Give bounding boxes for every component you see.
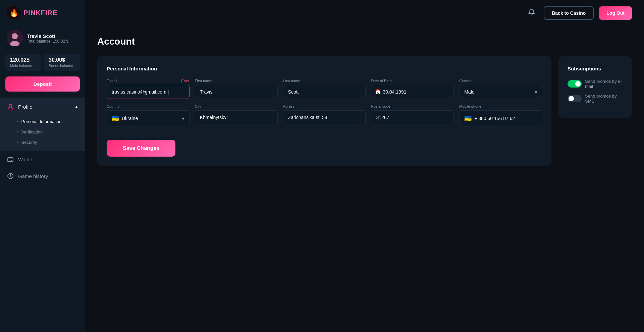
page-title: Account xyxy=(97,36,632,47)
first-name-input[interactable] xyxy=(195,85,278,99)
wallet-label: Wallet xyxy=(18,157,32,162)
main-content: Account Personal Information E-mail Erro… xyxy=(85,26,644,332)
svg-rect-6 xyxy=(8,158,13,162)
gender-select[interactable]: Male Female xyxy=(459,85,542,99)
subscriptions-title: Subscriptions xyxy=(568,66,623,71)
postal-input[interactable] xyxy=(371,110,454,124)
postal-field-group: Postal code xyxy=(371,104,454,126)
brand-name: PINKFIRE xyxy=(23,9,57,17)
dob-field-group: Date of Birth 📅 xyxy=(371,79,454,99)
last-name-field-group: Last name xyxy=(283,79,366,99)
bonus-balance-label: Bonus balance xyxy=(49,64,75,68)
bonus-balance-card: 30.00$ Bonus balance xyxy=(44,54,80,71)
sms-promo-toggle[interactable] xyxy=(568,95,582,102)
personal-info-card: Personal Information E-mail Error First … xyxy=(97,56,551,166)
profile-icon xyxy=(7,103,14,110)
main-balance-label: Main balance xyxy=(10,64,37,68)
phone-label: Mobile phone xyxy=(459,104,542,108)
first-name-label: First name xyxy=(195,79,278,83)
address-label: Adress xyxy=(283,104,366,108)
calendar-icon: 📅 xyxy=(375,89,381,95)
sidebar-item-game-history[interactable]: Game history xyxy=(0,168,85,184)
dob-label: Date of Birth xyxy=(371,79,454,83)
sidebar: 🔥 PINKFIRE Travis Scott Total balance: 1… xyxy=(0,0,85,332)
first-name-field-group: First name xyxy=(195,79,278,99)
main-balance-amount: 120.02$ xyxy=(10,57,37,63)
postal-label: Postal code xyxy=(371,104,454,108)
user-name: Travis Scott xyxy=(27,33,68,39)
dob-wrapper: 📅 xyxy=(371,85,454,99)
subnav-security[interactable]: Security xyxy=(0,137,85,148)
email-promo-label: Send promos by e-mail xyxy=(585,79,623,89)
email-field-group: E-mail Error xyxy=(107,79,190,99)
sms-promo-toggle-item: Send promos by SMS xyxy=(568,94,623,104)
last-name-input[interactable] xyxy=(283,85,366,99)
phone-field-group: Mobile phone 🇺🇦 + 380 50 156 87 62 xyxy=(459,104,542,126)
dob-input[interactable] xyxy=(371,85,454,99)
game-history-icon xyxy=(7,172,14,180)
country-value: Ukraine xyxy=(122,116,179,121)
phone-input-wrapper: 🇺🇦 + 380 50 156 87 62 xyxy=(459,110,542,126)
subnav-verification[interactable]: Verification xyxy=(0,127,85,137)
form-row-1: E-mail Error First name Last name xyxy=(107,79,542,99)
user-total-balance: Total balance: 150.02 $ xyxy=(27,39,68,44)
content-grid: Personal Information E-mail Error First … xyxy=(97,56,632,166)
logo-icon: 🔥 xyxy=(7,6,20,19)
city-input[interactable] xyxy=(195,110,278,124)
user-info: Travis Scott Total balance: 150.02 $ xyxy=(27,33,68,44)
back-to-casino-button[interactable]: Back to Casino xyxy=(544,6,594,20)
svg-point-5 xyxy=(9,104,12,107)
user-section: Travis Scott Total balance: 150.02 $ xyxy=(0,25,85,51)
wallet-icon xyxy=(7,156,14,163)
gender-select-wrapper: Male Female xyxy=(459,85,542,99)
gender-field-group: Gender Male Female xyxy=(459,79,542,99)
phone-flag: 🇺🇦 xyxy=(464,115,472,122)
save-changes-button[interactable]: Save Changes xyxy=(107,140,175,157)
city-field-group: City xyxy=(195,104,278,126)
subnav-personal-info[interactable]: Personal Information xyxy=(0,116,85,127)
log-out-button[interactable]: Log Out xyxy=(599,6,632,20)
sidebar-item-wallet[interactable]: Wallet xyxy=(0,151,85,168)
phone-value: + 380 50 156 87 62 xyxy=(474,116,515,121)
address-field-group: Adress xyxy=(283,104,366,126)
email-label-row: E-mail Error xyxy=(107,79,190,83)
country-field-group: Country 🇺🇦 Ukraine ▾ xyxy=(107,104,190,126)
notifications-button[interactable] xyxy=(525,5,538,21)
sidebar-item-profile[interactable]: Profile ▲ xyxy=(0,98,85,115)
bonus-balance-amount: 30.00$ xyxy=(49,57,75,63)
nav-section: Profile ▲ Personal Information Verificat… xyxy=(0,98,85,332)
personal-info-title: Personal Information xyxy=(107,66,542,71)
deposit-button[interactable]: Deposit xyxy=(5,76,80,92)
email-promo-toggle-item: Send promos by e-mail xyxy=(568,79,623,89)
sidebar-profile-label: Profile xyxy=(18,104,33,110)
email-promo-toggle[interactable] xyxy=(568,80,582,88)
country-label: Country xyxy=(107,104,190,108)
subscriptions-card: Subscriptions Send promos by e-mail Send… xyxy=(558,56,632,118)
svg-point-3 xyxy=(12,33,18,39)
svg-point-7 xyxy=(11,160,12,161)
profile-chevron-icon: ▲ xyxy=(74,104,78,109)
country-flag: 🇺🇦 xyxy=(112,115,119,122)
address-input[interactable] xyxy=(283,110,366,124)
gender-label: Gender xyxy=(459,79,542,83)
profile-subnav: Personal Information Verification Securi… xyxy=(0,115,85,151)
main-wrapper: Back to Casino Log Out Account Personal … xyxy=(85,0,644,332)
form-row-2: Country 🇺🇦 Ukraine ▾ City Adress xyxy=(107,104,542,126)
header-bar: Back to Casino Log Out xyxy=(85,0,644,26)
game-history-label: Game history xyxy=(18,173,48,179)
verification-label: Verification xyxy=(21,129,43,134)
country-select[interactable]: 🇺🇦 Ukraine ▾ xyxy=(107,110,190,126)
sms-promo-label: Send promos by SMS xyxy=(585,94,623,104)
email-input[interactable] xyxy=(107,85,190,99)
main-balance-card: 120.02$ Main balance xyxy=(5,54,41,71)
balance-cards: 120.02$ Main balance 30.00$ Bonus balanc… xyxy=(0,51,85,76)
email-label: E-mail xyxy=(107,79,117,83)
email-error-text: Error xyxy=(181,79,189,83)
country-chevron-icon: ▾ xyxy=(182,115,184,122)
avatar xyxy=(7,30,23,46)
svg-text:🔥: 🔥 xyxy=(9,8,19,17)
logo-area: 🔥 PINKFIRE xyxy=(0,0,85,25)
personal-info-label: Personal Information xyxy=(21,119,62,124)
security-label: Security xyxy=(21,140,37,145)
last-name-label: Last name xyxy=(283,79,366,83)
